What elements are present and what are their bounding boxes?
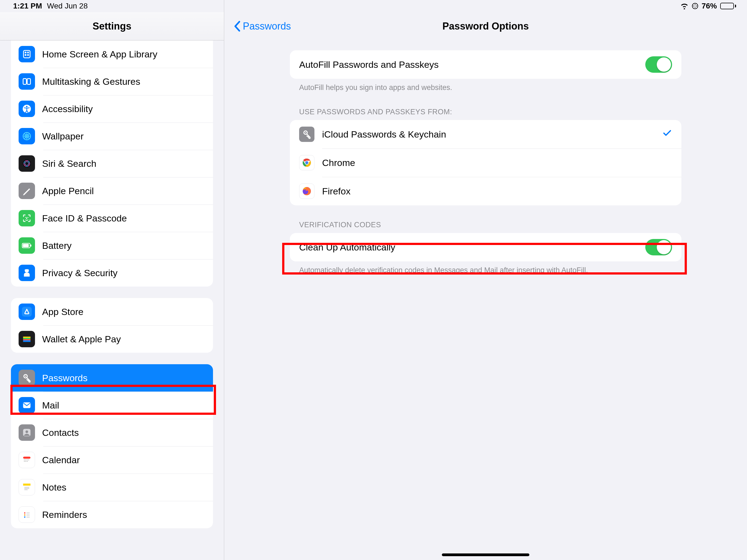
siri-icon [19,155,35,172]
battery-icon [720,3,736,9]
back-label: Passwords [243,21,291,32]
key-icon [299,127,314,142]
row-label: Clean Up Automatically [299,242,638,253]
svg-point-48 [305,132,306,133]
svg-rect-33 [23,457,31,459]
settings-card: AutoFill Passwords and Passkeys [290,50,681,79]
wifi-icon [680,3,689,9]
battery-icon [19,237,35,254]
row-label: Firefox [322,186,672,197]
chrome-icon [299,155,314,170]
settings-row-icloud-passwords-keychain[interactable]: iCloud Passwords & Keychain [290,120,681,149]
back-button[interactable]: Passwords [233,12,291,41]
section-header: VERIFICATION CODES [290,221,681,233]
sidebar-item-siri-search[interactable]: Siri & Search [11,150,213,177]
battery-percent: 76% [702,2,717,10]
svg-rect-1 [24,51,30,58]
status-bar: 1:21 PM Wed Jun 28 76% [0,0,747,12]
section-footer: Automatically delete verification codes … [290,261,681,275]
reminders-icon [19,506,35,523]
svg-rect-19 [30,245,31,246]
settings-row-autofill-passwords-and-passkeys[interactable]: AutoFill Passwords and Passkeys [290,50,681,79]
wallpaper-icon [19,128,35,144]
orientation-lock-icon [692,3,698,9]
toggle-switch[interactable] [645,56,672,73]
svg-rect-39 [25,461,26,462]
sidebar-item-wallpaper[interactable]: Wallpaper [11,123,213,150]
notes-icon [19,479,35,495]
sidebar-item-app-store[interactable]: App Store [11,298,213,325]
row-label: Chrome [322,157,672,168]
mail-icon [19,397,35,413]
svg-point-17 [28,217,28,218]
appstore-icon [19,304,35,320]
sidebar-item-label: Accessibility [42,104,205,114]
svg-rect-38 [24,461,25,462]
sidebar-item-privacy-security[interactable]: Privacy & Security [11,259,213,286]
svg-point-16 [25,217,26,218]
settings-row-firefox[interactable]: Firefox [290,177,681,205]
settings-row-chrome[interactable]: Chrome [290,149,681,177]
row-label: iCloud Passwords & Keychain [322,129,654,140]
svg-point-44 [24,512,25,514]
svg-rect-34 [24,460,25,460]
sidebar-item-multitasking-gestures[interactable]: Multitasking & Gestures [11,68,213,95]
sidebar-item-label: Home Screen & App Library [42,49,205,59]
sidebar-item-apple-pencil[interactable]: Apple Pencil [11,177,213,205]
sidebar-item-label: Siri & Search [42,158,205,169]
svg-rect-35 [25,460,26,460]
sidebar-item-notes[interactable]: Notes [11,474,213,501]
sidebar-item-passwords[interactable]: Passwords [11,364,213,391]
section-header: USE PASSWORDS AND PASSKEYS FROM: [290,108,681,120]
svg-rect-37 [28,460,29,460]
section-footer: AutoFill helps you sign into apps and we… [290,79,681,93]
svg-point-46 [24,516,25,518]
settings-card: Clean Up Automatically [290,233,681,261]
sidebar-group: App StoreWallet & Apple Pay [11,298,213,353]
sidebar-group: PasswordsMailContactsCalendarNotesRemind… [11,364,213,528]
svg-rect-40 [27,461,28,462]
sidebar-item-label: Calendar [42,455,205,465]
settings-row-clean-up-automatically[interactable]: Clean Up Automatically [290,233,681,261]
key-icon [19,370,35,386]
sidebar-item-label: Contacts [42,427,205,438]
sidebar-item-label: Reminders [42,509,205,520]
sidebar-item-label: Wallet & Apple Pay [42,334,205,345]
sidebar-item-battery[interactable]: Battery [11,232,213,259]
sidebar-item-label: Privacy & Security [42,268,205,278]
sidebar-item-label: Notes [42,482,205,493]
svg-rect-20 [23,244,29,247]
svg-rect-36 [27,460,28,460]
svg-rect-2 [25,52,27,53]
pencil-icon [19,183,35,199]
multitasking-icon [19,73,35,90]
sidebar-group: Home Screen & App LibraryMultitasking & … [11,41,213,286]
svg-rect-42 [23,484,31,486]
sidebar-item-label: Multitasking & Gestures [42,76,205,87]
sidebar-item-contacts[interactable]: Contacts [11,419,213,446]
home-screen-icon [19,46,35,62]
sidebar-title: Settings [0,12,224,41]
faceid-icon [19,210,35,226]
detail-pane: Passwords Password Options AutoFill Pass… [224,0,747,560]
check-icon [662,128,672,141]
toggle-switch[interactable] [645,239,672,255]
sidebar-item-reminders[interactable]: Reminders [11,501,213,528]
sidebar-item-label: Passwords [42,373,205,383]
sidebar-item-label: App Store [42,307,205,317]
svg-rect-5 [27,54,29,56]
svg-rect-6 [23,79,27,84]
sidebar-item-mail[interactable]: Mail [11,391,213,419]
sidebar-item-wallet-apple-pay[interactable]: Wallet & Apple Pay [11,325,213,353]
sidebar-item-home-screen-app-library[interactable]: Home Screen & App Library [11,41,213,68]
sidebar-item-face-id-passcode[interactable]: Face ID & Passcode [11,205,213,232]
sidebar-item-calendar[interactable]: Calendar [11,446,213,474]
svg-point-45 [24,514,25,516]
accessibility-icon [19,101,35,117]
sidebar-item-accessibility[interactable]: Accessibility [11,95,213,123]
sidebar-item-label: Mail [42,400,205,411]
sidebar-item-label: Battery [42,240,205,251]
settings-sidebar: Settings Home Screen & App LibraryMultit… [0,0,224,560]
status-time: 1:21 PM [13,2,42,10]
page-title: Password Options [442,21,529,32]
